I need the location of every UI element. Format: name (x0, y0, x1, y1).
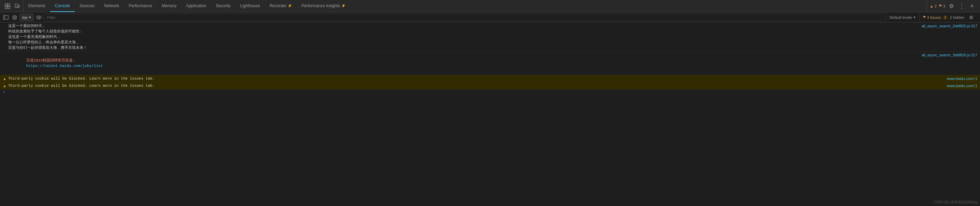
close-devtools-icon[interactable]: ✕ (968, 2, 976, 10)
eye-icon[interactable] (35, 14, 43, 21)
devtools-panel: Elements Console Sources Network Perform… (0, 0, 980, 206)
issues-count[interactable]: ⚑ 3 Issues: 3 (923, 15, 947, 19)
inspect-element-icon[interactable] (3, 2, 12, 10)
device-toolbar-icon[interactable] (13, 2, 21, 10)
tab-console[interactable]: Console (50, 0, 75, 12)
context-selector[interactable]: top ▼ (20, 14, 34, 21)
devtools-tabs-toolbar: Elements Console Sources Network Perform… (0, 0, 980, 12)
tab-elements[interactable]: Elements (24, 0, 50, 12)
levels-chevron-icon: ▼ (913, 16, 916, 19)
filter-input[interactable] (44, 14, 886, 21)
tab-network[interactable]: Network (99, 0, 124, 12)
console-source-2[interactable]: all_async_search_3dd8f20.js:317 (922, 52, 977, 58)
performance-insights-icon: ⚡ (341, 4, 345, 8)
context-chevron-icon: ▼ (28, 16, 32, 19)
issues-flag-icon: ⚑ (923, 15, 926, 19)
error-triangle-icon: ▲ (930, 4, 934, 8)
svg-rect-0 (5, 4, 7, 6)
tab-performance-insights[interactable]: Performance insights ⚡ (297, 0, 350, 12)
console-second-toolbar: top ▼ Default levels ▼ ⚑ 3 Issues: 3 2 h… (0, 12, 980, 22)
svg-rect-2 (5, 6, 7, 8)
console-warning-line-2: ▲ Third-party cookie will be blocked. Le… (0, 82, 980, 89)
tab-recorder[interactable]: Recorder ⚡ (265, 0, 297, 12)
tab-application[interactable]: Application (181, 0, 211, 12)
tab-performance[interactable]: Performance (124, 0, 157, 12)
clear-console-icon[interactable] (11, 14, 18, 21)
svg-point-12 (37, 16, 41, 19)
warning-triangle-icon-1: ▲ (3, 77, 6, 81)
tab-lighthouse[interactable]: Lighthouse (235, 0, 265, 12)
devtools-tabs: Elements Console Sources Network Perform… (24, 0, 927, 12)
console-source-4[interactable]: www.baidu.com/:1 (947, 83, 977, 88)
warning-flag-icon: ⚑ (939, 4, 942, 8)
svg-rect-1 (8, 4, 10, 6)
tab-security[interactable]: Security (211, 0, 235, 12)
more-options-icon[interactable]: ⋮ (958, 2, 966, 10)
console-warning-text-1: Third-party cookie will be blocked. Lear… (8, 76, 944, 81)
line-gutter-3: ▲ (3, 76, 8, 81)
svg-rect-3 (8, 6, 10, 8)
console-red-text: 百度2023校园招聘简历投递： (26, 58, 76, 62)
warning-triangle-icon-2: ▲ (3, 84, 6, 88)
line-gutter-4: ▲ (3, 83, 8, 88)
svg-rect-5 (18, 5, 19, 8)
tab-sources[interactable]: Sources (75, 0, 99, 12)
toolbar-left-icons (2, 0, 24, 12)
console-settings-icon[interactable]: ⚙ (967, 13, 975, 22)
console-line-link: 百度2023校园招聘简历投递： https://talent.baidu.com… (0, 51, 980, 75)
console-warning-line-1: ▲ Third-party cookie will be blocked. Le… (0, 75, 980, 82)
prompt-arrow-icon: > (3, 90, 5, 94)
console-link[interactable]: https://talent.baidu.com/jobs/list (26, 64, 103, 68)
recorder-icon: ⚡ (288, 4, 292, 8)
console-content: 这是一个最好的时代， 科技的发展给予了每个人创造价值的可能性： 这也是一个最充满… (0, 22, 980, 206)
console-prompt[interactable]: > (0, 89, 980, 95)
toolbar-right: ▲ 2 ⚑ 3 ⚙ ⋮ ✕ (927, 0, 978, 12)
console-source-3[interactable]: www.baidu.com/:1 (947, 76, 977, 81)
svg-point-13 (38, 16, 40, 18)
settings-gear-icon[interactable]: ⚙ (947, 2, 955, 10)
console-source-1[interactable]: all_async_search_3dd8f20.js:317 (922, 23, 977, 29)
console-text-content-2: 百度2023校园招聘简历投递： https://talent.baidu.com… (8, 52, 919, 74)
issues-bar: ⚑ 3 Issues: 3 2 hidden ⚙ (920, 13, 978, 22)
console-text-content-1: 这是一个最好的时代， 科技的发展给予了每个人创造价值的可能性： 这也是一个最充满… (8, 23, 919, 51)
console-line-text: 这是一个最好的时代， 科技的发展给予了每个人创造价值的可能性： 这也是一个最充满… (0, 22, 980, 51)
sidebar-toggle-icon[interactable] (2, 14, 10, 21)
console-warning-text-2: Third-party cookie will be blocked. Lear… (8, 83, 944, 88)
context-label: top (22, 15, 27, 19)
warning-badge[interactable]: ⚑ 3 (939, 4, 945, 8)
hidden-count: 2 hidden (950, 15, 964, 19)
default-levels-dropdown[interactable]: Default levels ▼ (888, 15, 918, 20)
error-badge[interactable]: ▲ 2 (930, 4, 937, 8)
svg-rect-7 (3, 15, 8, 19)
watermark: CSDN @让世界再也没有bug (934, 200, 977, 204)
tab-memory[interactable]: Memory (157, 0, 181, 12)
